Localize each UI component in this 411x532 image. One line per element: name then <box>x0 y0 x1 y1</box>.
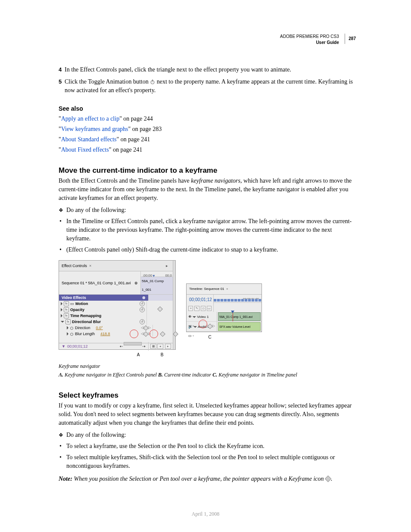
xref-link[interactable]: About Standard effects <box>61 136 117 143</box>
keyframe-icon <box>157 306 163 312</box>
keyframe-icon <box>160 331 165 337</box>
keyframe-icon <box>325 476 332 482</box>
footer-date: April 1, 2008 <box>0 511 411 517</box>
disclosure-icon <box>61 321 64 323</box>
step-number: 5 <box>59 78 65 95</box>
section-heading: Move the current-time indicator to a key… <box>59 166 356 175</box>
keyframe-navigator: ◁▷ <box>205 322 215 330</box>
bullet-item: • (Effect Controls panel only) Shift-dra… <box>59 246 356 254</box>
keyframe-icon <box>143 331 149 337</box>
effect-prop-direction: Direction0.0° ◁▷ <box>59 325 173 331</box>
stopwatch-icon <box>70 325 74 331</box>
audio-clip: SFX.wav Volume:Level <box>218 322 261 331</box>
tool-icon: ◇ <box>201 306 206 311</box>
fx-icon: fx <box>64 307 69 312</box>
figure: Effect Controls × ▸ Sequence 01 * 58A_01… <box>59 260 356 379</box>
sequence-row: Sequence 01 * 58A_01 Comp 1_001.avi ⊗ ;0… <box>59 271 173 295</box>
diamond-icon: ❖ <box>59 431 66 439</box>
body-paragraph: Both the Effect Controls and the Timelin… <box>59 177 356 202</box>
panel-footer: ▼ 00;00;01;12 ⇠⇢ ▦ ◂ ▸ <box>59 343 173 349</box>
effect-row-timeremap: fxTime Remapping <box>59 313 173 319</box>
instruction-lead: ❖ Do any of the following: <box>59 206 356 215</box>
stopwatch-icon <box>70 331 74 337</box>
body-paragraph: If you want to modify or copy a keyframe… <box>59 401 356 427</box>
see-also-heading: See also <box>59 104 356 113</box>
panel-menu-icon: ▸ <box>163 261 170 270</box>
step-number: 4 <box>59 65 65 74</box>
bullet-item: • To select multiple keyframes, Shift-cl… <box>59 453 356 470</box>
time-ruler: 00;00;01;00 <box>214 295 262 303</box>
effect-controls-panel: Effect Controls × ▸ Sequence 01 * 58A_01… <box>59 260 176 350</box>
bullet-icon: • <box>59 453 66 470</box>
tool-icon: ✎ <box>194 306 199 311</box>
disclosure-icon <box>61 302 62 305</box>
section-heading: Select keyframes <box>59 391 356 400</box>
xref-link[interactable]: Apply an effect to a clip <box>61 115 119 122</box>
video-effects-header: Video Effects⊗ <box>59 295 173 301</box>
effect-row-opacity: fxOpacity↺ <box>59 307 173 313</box>
panel-tab: Timeline: Sequence 01 × <box>187 284 262 295</box>
step-4: 4 In the Effect Controls panel, click th… <box>59 65 356 74</box>
timeline-panel: Timeline: Sequence 01 × 00;00;01;12 ⌖ ✎ … <box>186 283 262 332</box>
tool-icon: ▭ <box>207 306 212 311</box>
prev-button: ◂ <box>157 344 163 349</box>
fx-icon: fx <box>64 313 69 318</box>
svg-point-4 <box>71 333 73 336</box>
keyframe-navigator: ◁▷ <box>141 331 151 337</box>
disclosure-icon <box>67 332 68 336</box>
xref-item: "View keyframes and graphs" on page 283 <box>59 125 356 134</box>
snap-icon: ⌖ <box>188 306 193 311</box>
figure-title: Keyframe navigator <box>59 362 356 370</box>
bullet-icon: • <box>59 442 66 451</box>
step-text: Click the Toggle Animation button next t… <box>65 78 356 95</box>
panel-tab: Effect Controls × ▸ <box>59 261 173 271</box>
bullet-icon: • <box>59 217 66 243</box>
toggle-button: ▦ <box>150 344 156 349</box>
figure-key: A. Keyframe navigator in Effect Controls… <box>59 370 356 379</box>
reset-icon: ↺ <box>140 319 145 324</box>
bullet-item: • In the Timeline or Effect Controls pan… <box>59 217 356 243</box>
disclosure-icon <box>61 314 62 317</box>
xref-item: "Apply an effect to a clip" on page 244 <box>59 115 356 123</box>
xref-link[interactable]: About Fixed effects <box>61 146 109 153</box>
collapse-icon: ⊗ <box>134 279 138 287</box>
svg-rect-1 <box>152 80 153 81</box>
collapse-icon: ⊗ <box>142 295 146 301</box>
effect-row-dirblur: fxDirectional Blur↺ <box>59 319 173 325</box>
diamond-icon: ❖ <box>59 206 66 215</box>
xref-link[interactable]: View keyframes and graphs <box>61 126 128 132</box>
fx-icon: fx <box>65 319 71 324</box>
cti-marker-icon: ▼ <box>62 342 65 351</box>
disclosure-icon <box>67 326 68 330</box>
fx-icon: fx <box>64 301 69 306</box>
timecode: 00;00;01;12 <box>187 295 213 305</box>
svg-point-3 <box>71 327 73 330</box>
guide-name: User Guide <box>316 40 339 45</box>
instruction-lead: ❖ Do any of the following: <box>59 431 356 439</box>
disclosure-icon <box>61 308 62 311</box>
stopwatch-icon <box>150 78 155 85</box>
current-time-indicator <box>233 312 233 321</box>
video-track: 👁 Video 1 ▭ ◦ ◁▷ 58A_01 Comp 1_001.avi <box>187 312 262 322</box>
cti-handle-icon: ▼ <box>152 272 156 280</box>
reset-icon: ↺ <box>140 307 145 312</box>
callout-row: C <box>186 333 262 342</box>
step-5: 5 Click the Toggle Animation button next… <box>59 78 356 95</box>
step-text: In the Effect Controls panel, click the … <box>65 65 356 74</box>
xref-item: "About Standard effects" on page 241 <box>59 135 356 144</box>
callout-row: A B <box>59 351 176 359</box>
close-icon: × <box>89 264 91 268</box>
next-button: ▸ <box>165 344 171 349</box>
page-number: 287 <box>349 34 356 44</box>
page-content: 4 In the Effect Controls panel, click th… <box>59 65 356 483</box>
keyframe-navigator: ◁▷ <box>141 325 151 331</box>
bullet-icon: • <box>59 246 66 254</box>
note: Note: When you position the Selection or… <box>59 475 356 483</box>
product-name: ADOBE PREMIERE PRO CS3 <box>280 34 339 39</box>
eye-icon: 👁 <box>188 315 192 319</box>
reset-icon: ↺ <box>140 301 145 306</box>
effect-prop-blurlength: Blur Length418.8 ◁▷ <box>59 331 173 337</box>
timeline-toolbar: ⌖ ✎ ◇ ▭ <box>187 305 213 312</box>
keyframe-icon <box>143 325 149 331</box>
page-header: ADOBE PREMIERE PRO CS3 User Guide 287 <box>280 34 356 46</box>
